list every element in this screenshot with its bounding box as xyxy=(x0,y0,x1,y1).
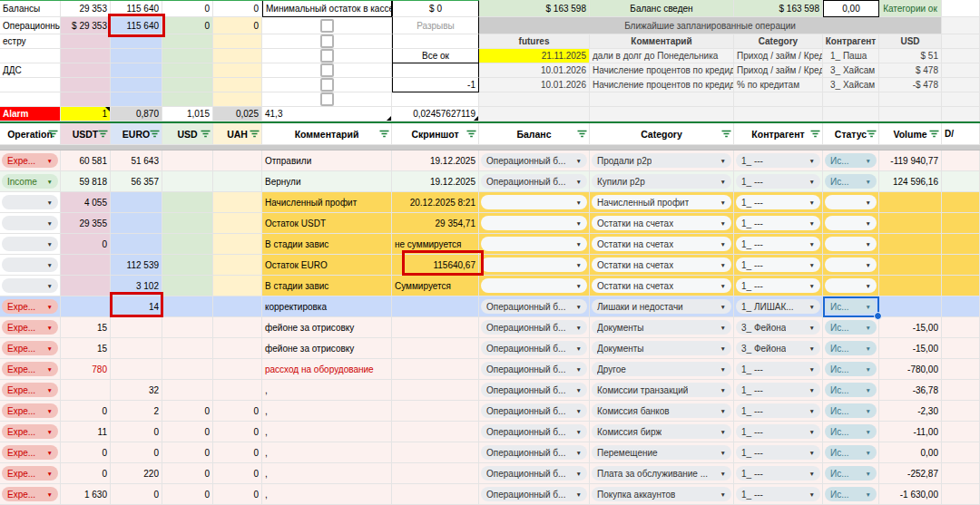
balance-dropdown[interactable]: Операционный б...▼ xyxy=(481,424,587,439)
counterparty-dropdown[interactable]: 3_ Фейона▼ xyxy=(736,320,820,335)
operation-dropdown[interactable]: Expe...▼ xyxy=(2,403,58,418)
balance-dropdown[interactable]: Операционный б...▼ xyxy=(481,341,587,355)
operation-dropdown[interactable]: ▼ xyxy=(2,278,58,293)
category-dropdown[interactable]: Комиссия бирж▼ xyxy=(592,424,731,439)
category-dropdown[interactable]: Начисленный профит▼ xyxy=(592,195,731,209)
operation-dropdown[interactable]: Expe...▼ xyxy=(2,153,58,168)
operation-dropdown[interactable]: ▼ xyxy=(2,216,58,230)
status-dropdown[interactable]: Ис...▼ xyxy=(825,466,877,481)
operation-dropdown[interactable]: Expe...▼ xyxy=(2,445,58,460)
checkbox[interactable] xyxy=(320,78,334,92)
category-dropdown[interactable]: Другое▼ xyxy=(592,362,731,376)
status-dropdown[interactable]: ▼ xyxy=(825,278,877,293)
balance-dropdown[interactable]: Операционный б...▼ xyxy=(481,383,587,397)
operation-dropdown[interactable]: Expe...▼ xyxy=(2,320,58,335)
balance-dropdown[interactable]: ▼ xyxy=(481,216,587,230)
filter-icon[interactable] xyxy=(98,130,108,139)
operation-dropdown[interactable]: Expe...▼ xyxy=(2,362,58,376)
counterparty-dropdown[interactable]: 1_ ---▼ xyxy=(736,362,820,376)
category-dropdown[interactable]: Остатки на счетах▼ xyxy=(592,237,731,251)
balance-dropdown[interactable]: Операционный б...▼ xyxy=(481,403,587,418)
counterparty-dropdown[interactable]: 1_ ---▼ xyxy=(736,487,820,501)
category-dropdown[interactable]: Покупка аккаунтов▼ xyxy=(592,487,731,501)
status-dropdown[interactable]: Ис...▼ xyxy=(825,299,877,314)
category-dropdown[interactable]: Комиссии транзакций▼ xyxy=(592,383,731,397)
category-dropdown[interactable]: Остатки на счетах▼ xyxy=(592,257,731,272)
status-dropdown[interactable]: Ис...▼ xyxy=(825,383,877,397)
category-dropdown[interactable]: Купили p2p▼ xyxy=(592,174,731,189)
checkbox[interactable] xyxy=(320,34,334,48)
operation-dropdown[interactable]: Expe...▼ xyxy=(2,341,58,355)
category-dropdown[interactable]: Остатки на счетах▼ xyxy=(592,216,731,230)
status-dropdown[interactable]: Ис...▼ xyxy=(825,445,877,460)
filter-icon[interactable] xyxy=(810,130,820,139)
operation-dropdown[interactable]: Expe...▼ xyxy=(2,424,58,439)
filter-icon[interactable] xyxy=(721,130,731,139)
filter-icon[interactable] xyxy=(250,130,260,139)
counterparty-dropdown[interactable]: 3_ Фейона▼ xyxy=(736,341,820,355)
operation-dropdown[interactable]: Expe...▼ xyxy=(2,383,58,397)
category-dropdown[interactable]: Лишаки и недостачи▼ xyxy=(592,299,731,314)
balance-dropdown[interactable]: Операционный б...▼ xyxy=(481,487,587,501)
status-dropdown[interactable]: Ис...▼ xyxy=(825,403,877,418)
counterparty-dropdown[interactable]: 1_ ---▼ xyxy=(736,383,820,397)
counterparty-dropdown[interactable]: 1_ ---▼ xyxy=(736,445,820,460)
balance-dropdown[interactable]: Операционный б...▼ xyxy=(481,362,587,376)
filter-icon[interactable] xyxy=(867,130,877,139)
category-dropdown[interactable]: Остатки на счетах▼ xyxy=(592,278,731,293)
status-dropdown[interactable]: Ис...▼ xyxy=(825,362,877,376)
checkbox[interactable] xyxy=(320,49,334,63)
status-dropdown[interactable]: Ис...▼ xyxy=(825,424,877,439)
status-dropdown[interactable]: Ис...▼ xyxy=(825,320,877,335)
counterparty-dropdown[interactable]: 1_ ---▼ xyxy=(736,195,820,209)
category-dropdown[interactable]: Перемещение▼ xyxy=(592,445,731,460)
filter-icon[interactable] xyxy=(929,130,939,139)
filter-icon[interactable] xyxy=(150,130,160,139)
status-dropdown[interactable]: Ис...▼ xyxy=(825,487,877,501)
counterparty-dropdown[interactable]: 1_ ---▼ xyxy=(736,237,820,251)
balance-dropdown[interactable]: Операционный б...▼ xyxy=(481,445,587,460)
counterparty-dropdown[interactable]: 1_ ---▼ xyxy=(736,153,820,168)
operation-dropdown[interactable]: ▼ xyxy=(2,195,58,209)
balance-dropdown[interactable]: ▼ xyxy=(481,278,587,293)
operation-dropdown[interactable]: ▼ xyxy=(2,257,58,272)
checkbox[interactable] xyxy=(320,19,334,33)
category-dropdown[interactable]: Продали p2p▼ xyxy=(592,153,731,168)
filter-icon[interactable] xyxy=(48,130,58,139)
status-dropdown[interactable]: ▼ xyxy=(825,257,877,272)
category-dropdown[interactable]: Комиссия банков▼ xyxy=(592,403,731,418)
status-dropdown[interactable]: ▼ xyxy=(825,216,877,230)
balance-dropdown[interactable]: Операционный б...▼ xyxy=(481,320,587,335)
operation-dropdown[interactable]: ▼ xyxy=(2,237,58,251)
status-dropdown[interactable]: Ис...▼ xyxy=(825,153,877,168)
counterparty-dropdown[interactable]: 1_ ---▼ xyxy=(736,278,820,293)
balance-dropdown[interactable]: ▼ xyxy=(481,195,587,209)
filter-icon[interactable] xyxy=(201,130,211,139)
status-dropdown[interactable]: ▼ xyxy=(825,195,877,209)
counterparty-dropdown[interactable]: 1_ ЛИШАК...▼ xyxy=(736,299,820,314)
balance-dropdown[interactable]: Операционный б...▼ xyxy=(481,466,587,481)
counterparty-dropdown[interactable]: 1_ ---▼ xyxy=(736,174,820,189)
category-dropdown[interactable]: Документы▼ xyxy=(592,320,731,335)
checkbox[interactable] xyxy=(320,92,334,106)
counterparty-dropdown[interactable]: 1_ ---▼ xyxy=(736,403,820,418)
balance-dropdown[interactable]: Операционный б...▼ xyxy=(481,174,587,189)
filter-icon[interactable] xyxy=(577,130,587,139)
checkbox[interactable] xyxy=(320,63,334,77)
balance-dropdown[interactable]: ▼ xyxy=(481,237,587,251)
counterparty-dropdown[interactable]: 1_ ---▼ xyxy=(736,257,820,272)
counterparty-dropdown[interactable]: 1_ ---▼ xyxy=(736,216,820,230)
operation-dropdown[interactable]: Income▼ xyxy=(2,174,58,189)
status-dropdown[interactable]: ▼ xyxy=(825,237,877,251)
operation-dropdown[interactable]: Expe...▼ xyxy=(2,487,58,501)
balance-dropdown[interactable]: Операционный б...▼ xyxy=(481,153,587,168)
operation-dropdown[interactable]: Expe...▼ xyxy=(2,466,58,481)
status-dropdown[interactable]: Ис...▼ xyxy=(825,174,877,189)
filter-icon[interactable] xyxy=(466,130,476,139)
operation-dropdown[interactable]: Expe...▼ xyxy=(2,299,58,314)
filter-icon[interactable] xyxy=(379,130,389,139)
balance-dropdown[interactable]: ▼ xyxy=(481,257,587,272)
category-dropdown[interactable]: Плата за обслуживание ...▼ xyxy=(592,466,731,481)
balance-dropdown[interactable]: Операционный б...▼ xyxy=(481,299,587,314)
status-dropdown[interactable]: Ис...▼ xyxy=(825,341,877,355)
